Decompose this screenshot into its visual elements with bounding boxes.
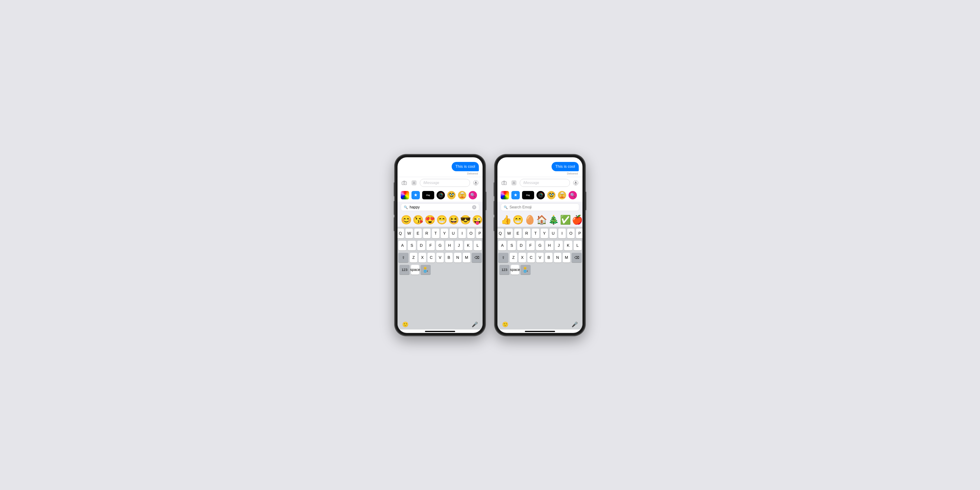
emoji-search-input-right[interactable] — [509, 205, 576, 209]
emoji-search-box-left[interactable]: 🔍 ✕ — [401, 204, 479, 211]
emoji-face-icon-left[interactable]: 🙂 — [402, 321, 409, 328]
key-R-right[interactable]: R — [523, 229, 530, 239]
key-H-left[interactable]: H — [445, 241, 453, 250]
key-K-left[interactable]: K — [464, 241, 472, 250]
key-N-right[interactable]: N — [554, 253, 561, 262]
appstore-icon-left[interactable]: A — [410, 179, 418, 187]
globe-icon-left[interactable]: 🔍 — [469, 191, 477, 199]
key-Y-right[interactable]: Y — [541, 229, 548, 239]
key-123-right[interactable]: 123 — [499, 265, 509, 275]
memoji1-icon-left[interactable]: 🥸 — [447, 191, 456, 199]
key-X-left[interactable]: X — [419, 253, 426, 262]
key-W-left[interactable]: W — [406, 229, 413, 239]
emoji-result-6-right[interactable]: 🍎 — [572, 215, 582, 225]
key-G-left[interactable]: G — [436, 241, 444, 250]
key-S-left[interactable]: S — [408, 241, 416, 250]
emoji-result-2-left[interactable]: 😍 — [425, 215, 435, 225]
emoji-result-5-left[interactable]: 😎 — [460, 215, 471, 225]
key-emoji-right[interactable]: 😊🌐♯ — [520, 265, 531, 275]
key-I-right[interactable]: I — [558, 229, 566, 239]
key-T-left[interactable]: T — [432, 229, 439, 239]
key-D-left[interactable]: D — [417, 241, 425, 250]
key-C-left[interactable]: C — [428, 253, 435, 262]
camera-icon-right[interactable] — [500, 179, 508, 187]
emoji-search-box-right[interactable]: 🔍 — [501, 204, 579, 211]
key-123-left[interactable]: 123 — [399, 265, 410, 275]
camera-icon-left[interactable] — [400, 179, 408, 187]
globe-icon-right[interactable]: 🔍 — [568, 191, 577, 199]
key-V-left[interactable]: V — [436, 253, 444, 262]
key-C-right[interactable]: C — [527, 253, 535, 262]
key-J-right[interactable]: J — [555, 241, 563, 250]
activity-icon-left[interactable] — [437, 191, 445, 199]
key-J-left[interactable]: J — [455, 241, 463, 250]
mic-icon-left[interactable]: 🎤 — [472, 321, 478, 328]
key-S-right[interactable]: S — [508, 241, 515, 250]
applepay-icon-left[interactable]: Pay — [422, 191, 434, 199]
appstore-app-icon-left[interactable] — [412, 191, 420, 199]
key-U-right[interactable]: U — [549, 229, 557, 239]
key-B-left[interactable]: B — [445, 253, 453, 262]
key-X-right[interactable]: X — [519, 253, 526, 262]
mic-icon-right[interactable]: 🎤 — [571, 321, 578, 328]
key-O-right[interactable]: O — [567, 229, 574, 239]
emoji-result-1-left[interactable]: 😘 — [413, 215, 423, 225]
key-F-right[interactable]: F — [527, 241, 535, 250]
key-F-left[interactable]: F — [426, 241, 434, 250]
emoji-result-4-right[interactable]: 🎄 — [548, 215, 559, 225]
memoji2-icon-right[interactable]: 🧝 — [558, 191, 566, 199]
emoji-result-6-left[interactable]: 😜 — [472, 215, 482, 225]
search-clear-left[interactable]: ✕ — [472, 205, 476, 209]
key-M-left[interactable]: M — [463, 253, 470, 262]
key-L-left[interactable]: L — [474, 241, 482, 250]
audio-icon-left[interactable] — [472, 179, 480, 187]
key-M-right[interactable]: M — [563, 253, 570, 262]
message-input-right[interactable]: iMessage — [520, 179, 570, 187]
key-emoji-left[interactable]: 😊🌐♯ — [420, 265, 431, 275]
photos-app-icon-left[interactable] — [401, 191, 409, 199]
emoji-result-2-right[interactable]: 🥚 — [524, 215, 535, 225]
key-U-left[interactable]: U — [450, 229, 457, 239]
key-K-right[interactable]: K — [564, 241, 572, 250]
key-Y-left[interactable]: Y — [441, 229, 448, 239]
key-Q-right[interactable]: Q — [498, 229, 504, 239]
emoji-result-1-right[interactable]: 😁 — [512, 215, 523, 225]
key-E-right[interactable]: E — [514, 229, 522, 239]
key-L-right[interactable]: L — [574, 241, 582, 250]
key-B-right[interactable]: B — [545, 253, 552, 262]
key-O-left[interactable]: O — [467, 229, 475, 239]
emoji-result-0-left[interactable]: 😊 — [401, 215, 412, 225]
key-E-left[interactable]: E — [414, 229, 422, 239]
key-T-right[interactable]: T — [532, 229, 539, 239]
emoji-result-3-right[interactable]: 🏠 — [536, 215, 547, 225]
appstore-icon-right[interactable]: A — [510, 179, 518, 187]
emoji-result-0-right[interactable]: 👍 — [501, 215, 512, 225]
key-I-left[interactable]: I — [458, 229, 466, 239]
key-shift-left[interactable]: ⇧ — [398, 253, 409, 262]
key-R-left[interactable]: R — [423, 229, 431, 239]
key-shift-right[interactable]: ⇧ — [498, 253, 508, 262]
key-A-right[interactable]: A — [498, 241, 506, 250]
key-space-right[interactable]: space — [511, 265, 519, 275]
key-N-left[interactable]: N — [454, 253, 461, 262]
key-Z-left[interactable]: Z — [410, 253, 417, 262]
activity-icon-right[interactable] — [536, 191, 545, 199]
key-D-right[interactable]: D — [517, 241, 525, 250]
memoji1-icon-right[interactable]: 🥸 — [547, 191, 555, 199]
key-Q-left[interactable]: Q — [398, 229, 404, 239]
key-delete-left[interactable]: ⌫ — [472, 253, 482, 262]
emoji-search-input-left[interactable] — [410, 205, 470, 209]
key-delete-right[interactable]: ⌫ — [571, 253, 582, 262]
key-H-right[interactable]: H — [545, 241, 553, 250]
applepay-icon-right[interactable]: Pay — [522, 191, 534, 199]
message-input-left[interactable]: iMessage — [420, 179, 470, 187]
audio-icon-right[interactable] — [572, 179, 580, 187]
emoji-result-4-left[interactable]: 😆 — [448, 215, 459, 225]
key-A-left[interactable]: A — [398, 241, 406, 250]
photos-app-icon-right[interactable] — [501, 191, 509, 199]
key-W-right[interactable]: W — [505, 229, 513, 239]
emoji-result-3-left[interactable]: 😁 — [436, 215, 447, 225]
emoji-result-5-right[interactable]: ✅ — [560, 215, 571, 225]
emoji-face-icon-right[interactable]: 🙂 — [502, 321, 508, 328]
appstore-app-icon-right[interactable] — [511, 191, 520, 199]
